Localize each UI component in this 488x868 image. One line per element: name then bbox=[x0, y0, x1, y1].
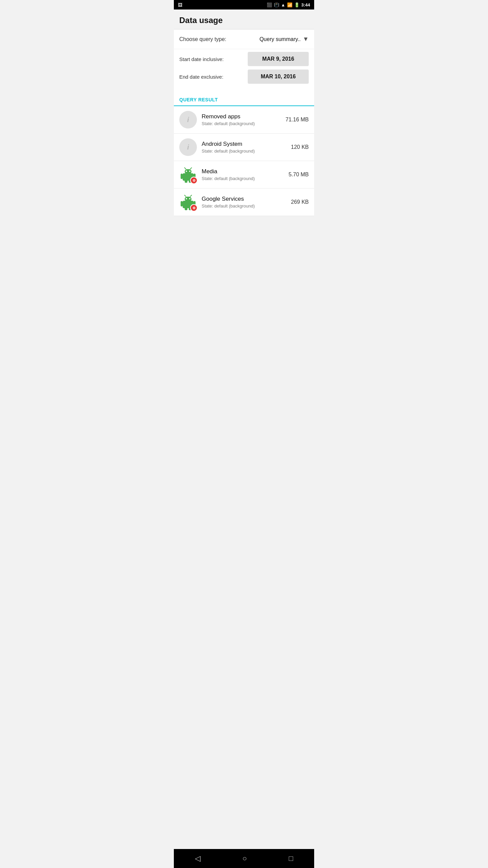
date-section: Start date inclusive: MAR 9, 2016 End da… bbox=[174, 49, 314, 93]
svg-point-3 bbox=[189, 171, 190, 172]
android-system-name: Android System bbox=[202, 141, 291, 147]
android-system-state: State: default (background) bbox=[202, 149, 291, 154]
android-system-icon: i bbox=[179, 138, 197, 156]
google-services-size: 269 KB bbox=[291, 199, 309, 205]
removed-apps-icon: i bbox=[179, 111, 197, 129]
page-header: Data usage bbox=[174, 9, 314, 29]
image-icon: 🖼 bbox=[178, 2, 182, 7]
removed-apps-info: Removed apps State: default (background) bbox=[202, 113, 286, 126]
media-icon: ⚙ bbox=[179, 166, 197, 183]
page-title: Data usage bbox=[179, 16, 309, 25]
svg-point-2 bbox=[186, 171, 187, 172]
removed-apps-name: Removed apps bbox=[202, 113, 286, 120]
sim-icon: ⬛ bbox=[267, 2, 272, 7]
svg-line-15 bbox=[190, 195, 192, 197]
end-date-label: End date exclusive: bbox=[179, 74, 248, 80]
list-item[interactable]: ⚙ Media State: default (background) 5.70… bbox=[174, 161, 314, 189]
svg-rect-6 bbox=[181, 174, 183, 179]
removed-apps-size: 71.16 MB bbox=[286, 117, 309, 123]
status-icons: ⬛ 📳 ▲ 📶 🔋 3:44 bbox=[267, 2, 310, 7]
svg-line-4 bbox=[184, 167, 186, 169]
start-date-button[interactable]: MAR 9, 2016 bbox=[248, 52, 309, 66]
query-type-dropdown[interactable]: Query summary.. ▼ bbox=[260, 36, 309, 43]
svg-point-13 bbox=[189, 198, 190, 199]
media-size: 5.70 MB bbox=[288, 172, 309, 178]
media-badge: ⚙ bbox=[190, 177, 198, 184]
query-type-row: Choose query type: Query summary.. ▼ bbox=[174, 29, 314, 49]
svg-rect-16 bbox=[181, 201, 183, 206]
google-services-name: Google Services bbox=[202, 196, 291, 202]
google-services-badge: ⚙ bbox=[190, 204, 198, 212]
end-date-row: End date exclusive: MAR 10, 2016 bbox=[179, 70, 309, 84]
svg-rect-1 bbox=[185, 169, 191, 174]
query-type-label: Choose query type: bbox=[179, 36, 260, 42]
media-info: Media State: default (background) bbox=[202, 168, 288, 181]
query-result-header: QUERY RESULT bbox=[174, 93, 314, 106]
list-item[interactable]: i Android System State: default (backgro… bbox=[174, 134, 314, 161]
end-date-button[interactable]: MAR 10, 2016 bbox=[248, 70, 309, 84]
list-item[interactable]: ⚙ Google Services State: default (backgr… bbox=[174, 189, 314, 216]
status-bar: 🖼 ⬛ 📳 ▲ 📶 🔋 3:44 bbox=[174, 0, 314, 9]
start-date-label: Start date inclusive: bbox=[179, 56, 248, 62]
wifi-icon: ▲ bbox=[281, 2, 285, 7]
google-services-info: Google Services State: default (backgrou… bbox=[202, 196, 291, 209]
signal-icon: 📶 bbox=[287, 2, 292, 7]
battery-icon: 🔋 bbox=[294, 2, 300, 7]
start-date-row: Start date inclusive: MAR 9, 2016 bbox=[179, 52, 309, 66]
svg-line-5 bbox=[190, 167, 192, 169]
google-services-icon: ⚙ bbox=[179, 193, 197, 211]
android-system-size: 120 KB bbox=[291, 144, 309, 150]
svg-line-14 bbox=[184, 195, 186, 197]
time-display: 3:44 bbox=[301, 2, 310, 7]
google-services-state: State: default (background) bbox=[202, 203, 291, 209]
dropdown-arrow-icon: ▼ bbox=[303, 36, 309, 43]
svg-rect-18 bbox=[185, 208, 187, 210]
removed-apps-state: State: default (background) bbox=[202, 121, 286, 126]
query-result-title: QUERY RESULT bbox=[179, 97, 218, 102]
svg-rect-8 bbox=[185, 180, 187, 183]
query-type-selected: Query summary.. bbox=[260, 36, 301, 42]
vibrate-icon: 📳 bbox=[274, 2, 279, 7]
media-name: Media bbox=[202, 168, 288, 175]
svg-point-12 bbox=[186, 198, 187, 199]
android-system-info: Android System State: default (backgroun… bbox=[202, 141, 291, 154]
bottom-spacer bbox=[174, 216, 314, 243]
content: Choose query type: Query summary.. ▼ Sta… bbox=[174, 29, 314, 243]
status-bar-left: 🖼 bbox=[178, 2, 265, 7]
svg-rect-11 bbox=[185, 197, 191, 201]
media-state: State: default (background) bbox=[202, 176, 288, 181]
app-list: i Removed apps State: default (backgroun… bbox=[174, 106, 314, 216]
list-item[interactable]: i Removed apps State: default (backgroun… bbox=[174, 106, 314, 134]
